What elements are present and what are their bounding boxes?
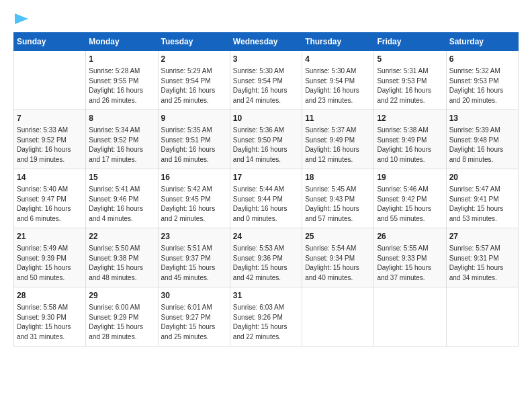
cell-info: Sunrise: 5:38 AM Sunset: 9:49 PM Dayligh… — [377, 126, 443, 165]
day-number: 25 — [305, 231, 371, 242]
cell-2-4: 10Sunrise: 5:36 AM Sunset: 9:50 PM Dayli… — [230, 110, 302, 169]
cell-4-7: 27Sunrise: 5:57 AM Sunset: 9:31 PM Dayli… — [446, 228, 518, 287]
cell-info: Sunrise: 5:51 AM Sunset: 9:37 PM Dayligh… — [161, 244, 227, 283]
cell-2-7: 13Sunrise: 5:39 AM Sunset: 9:48 PM Dayli… — [446, 110, 518, 169]
cell-2-6: 12Sunrise: 5:38 AM Sunset: 9:49 PM Dayli… — [374, 110, 446, 169]
cell-2-2: 8Sunrise: 5:34 AM Sunset: 9:52 PM Daylig… — [86, 110, 158, 169]
day-number: 7 — [17, 113, 83, 124]
day-number: 29 — [89, 290, 154, 302]
cell-info: Sunrise: 5:46 AM Sunset: 9:42 PM Dayligh… — [377, 185, 443, 224]
cell-1-6: 5Sunrise: 5:31 AM Sunset: 9:53 PM Daylig… — [374, 51, 446, 110]
day-number: 15 — [89, 172, 154, 183]
cell-4-6: 26Sunrise: 5:55 AM Sunset: 9:33 PM Dayli… — [374, 228, 446, 287]
day-number: 14 — [17, 172, 83, 183]
cell-info: Sunrise: 5:41 AM Sunset: 9:46 PM Dayligh… — [89, 185, 154, 224]
cell-info: Sunrise: 5:54 AM Sunset: 9:34 PM Dayligh… — [305, 244, 371, 283]
day-number: 30 — [161, 290, 227, 302]
cell-info: Sunrise: 5:31 AM Sunset: 9:53 PM Dayligh… — [377, 66, 443, 105]
cell-4-4: 24Sunrise: 5:53 AM Sunset: 9:36 PM Dayli… — [230, 228, 302, 287]
day-number: 19 — [377, 172, 443, 183]
day-number: 6 — [449, 54, 515, 65]
day-number: 3 — [233, 54, 299, 65]
day-number: 28 — [17, 290, 83, 302]
col-header-tuesday: Tuesday — [158, 33, 230, 51]
cell-4-5: 25Sunrise: 5:54 AM Sunset: 9:34 PM Dayli… — [302, 228, 374, 287]
col-header-thursday: Thursday — [302, 33, 374, 51]
day-number: 23 — [161, 231, 227, 242]
logo-arrow-icon — [15, 12, 30, 26]
day-number: 10 — [233, 113, 299, 124]
cell-3-5: 18Sunrise: 5:45 AM Sunset: 9:43 PM Dayli… — [302, 169, 374, 228]
cell-info: Sunrise: 5:30 AM Sunset: 9:54 PM Dayligh… — [233, 66, 299, 105]
cell-info: Sunrise: 5:58 AM Sunset: 9:30 PM Dayligh… — [17, 303, 83, 342]
week-row-3: 14Sunrise: 5:40 AM Sunset: 9:47 PM Dayli… — [14, 169, 519, 228]
cell-info: Sunrise: 5:57 AM Sunset: 9:31 PM Dayligh… — [449, 244, 515, 283]
cell-5-3: 30Sunrise: 6:01 AM Sunset: 9:27 PM Dayli… — [158, 287, 230, 347]
cell-3-7: 20Sunrise: 5:47 AM Sunset: 9:41 PM Dayli… — [446, 169, 518, 228]
day-number: 9 — [161, 113, 227, 124]
cell-info: Sunrise: 5:34 AM Sunset: 9:52 PM Dayligh… — [89, 126, 154, 165]
cell-5-1: 28Sunrise: 5:58 AM Sunset: 9:30 PM Dayli… — [14, 287, 86, 347]
day-number: 18 — [305, 172, 371, 183]
day-number: 5 — [377, 54, 443, 65]
cell-1-4: 3Sunrise: 5:30 AM Sunset: 9:54 PM Daylig… — [230, 51, 302, 110]
cell-info: Sunrise: 5:40 AM Sunset: 9:47 PM Dayligh… — [17, 185, 83, 224]
day-number: 13 — [449, 113, 515, 124]
cell-4-3: 23Sunrise: 5:51 AM Sunset: 9:37 PM Dayli… — [158, 228, 230, 287]
calendar-table: SundayMondayTuesdayWednesdayThursdayFrid… — [13, 32, 519, 347]
cell-info: Sunrise: 5:47 AM Sunset: 9:41 PM Dayligh… — [449, 185, 515, 224]
day-number: 12 — [377, 113, 443, 124]
cell-2-1: 7Sunrise: 5:33 AM Sunset: 9:52 PM Daylig… — [14, 110, 86, 169]
cell-2-3: 9Sunrise: 5:35 AM Sunset: 9:51 PM Daylig… — [158, 110, 230, 169]
cell-1-7: 6Sunrise: 5:32 AM Sunset: 9:53 PM Daylig… — [446, 51, 518, 110]
cell-info: Sunrise: 5:50 AM Sunset: 9:38 PM Dayligh… — [89, 244, 154, 283]
cell-info: Sunrise: 6:03 AM Sunset: 9:26 PM Dayligh… — [233, 303, 299, 342]
cell-1-3: 2Sunrise: 5:29 AM Sunset: 9:54 PM Daylig… — [158, 51, 230, 110]
day-number: 21 — [17, 231, 83, 242]
week-row-2: 7Sunrise: 5:33 AM Sunset: 9:52 PM Daylig… — [14, 110, 519, 169]
cell-4-2: 22Sunrise: 5:50 AM Sunset: 9:38 PM Dayli… — [86, 228, 158, 287]
cell-2-5: 11Sunrise: 5:37 AM Sunset: 9:49 PM Dayli… — [302, 110, 374, 169]
col-header-saturday: Saturday — [446, 33, 518, 51]
cell-1-1 — [14, 51, 86, 110]
cell-5-5 — [302, 287, 374, 347]
cell-info: Sunrise: 5:53 AM Sunset: 9:36 PM Dayligh… — [233, 244, 299, 283]
day-number: 11 — [305, 113, 371, 124]
svg-marker-0 — [15, 13, 28, 24]
day-number: 1 — [89, 54, 154, 65]
cell-info: Sunrise: 6:00 AM Sunset: 9:29 PM Dayligh… — [89, 303, 154, 342]
cell-5-7 — [446, 287, 518, 347]
cell-info: Sunrise: 5:44 AM Sunset: 9:44 PM Dayligh… — [233, 185, 299, 224]
cell-3-6: 19Sunrise: 5:46 AM Sunset: 9:42 PM Dayli… — [374, 169, 446, 228]
day-number: 16 — [161, 172, 227, 183]
day-number: 22 — [89, 231, 154, 242]
cell-info: Sunrise: 5:29 AM Sunset: 9:54 PM Dayligh… — [161, 66, 227, 105]
cell-3-4: 17Sunrise: 5:44 AM Sunset: 9:44 PM Dayli… — [230, 169, 302, 228]
cell-3-1: 14Sunrise: 5:40 AM Sunset: 9:47 PM Dayli… — [14, 169, 86, 228]
col-header-sunday: Sunday — [14, 33, 86, 51]
day-number: 24 — [233, 231, 299, 242]
header-row: SundayMondayTuesdayWednesdayThursdayFrid… — [14, 33, 519, 51]
cell-info: Sunrise: 5:45 AM Sunset: 9:43 PM Dayligh… — [305, 185, 371, 224]
cell-info: Sunrise: 5:36 AM Sunset: 9:50 PM Dayligh… — [233, 126, 299, 165]
cell-3-3: 16Sunrise: 5:42 AM Sunset: 9:45 PM Dayli… — [158, 169, 230, 228]
day-number: 2 — [161, 54, 227, 65]
cell-info: Sunrise: 5:39 AM Sunset: 9:48 PM Dayligh… — [449, 126, 515, 165]
col-header-wednesday: Wednesday — [230, 33, 302, 51]
col-header-friday: Friday — [374, 33, 446, 51]
col-header-monday: Monday — [86, 33, 158, 51]
cell-info: Sunrise: 6:01 AM Sunset: 9:27 PM Dayligh… — [161, 303, 227, 342]
day-number: 26 — [377, 231, 443, 242]
day-number: 20 — [449, 172, 515, 183]
cell-5-2: 29Sunrise: 6:00 AM Sunset: 9:29 PM Dayli… — [86, 287, 158, 347]
day-number: 27 — [449, 231, 515, 242]
header — [13, 12, 519, 26]
cell-3-2: 15Sunrise: 5:41 AM Sunset: 9:46 PM Dayli… — [86, 169, 158, 228]
cell-1-5: 4Sunrise: 5:30 AM Sunset: 9:54 PM Daylig… — [302, 51, 374, 110]
cell-5-4: 31Sunrise: 6:03 AM Sunset: 9:26 PM Dayli… — [230, 287, 302, 347]
cell-info: Sunrise: 5:32 AM Sunset: 9:53 PM Dayligh… — [449, 66, 515, 105]
week-row-4: 21Sunrise: 5:49 AM Sunset: 9:39 PM Dayli… — [14, 228, 519, 287]
week-row-1: 1Sunrise: 5:28 AM Sunset: 9:55 PM Daylig… — [14, 51, 519, 110]
cell-info: Sunrise: 5:35 AM Sunset: 9:51 PM Dayligh… — [161, 126, 227, 165]
day-number: 31 — [233, 290, 299, 302]
